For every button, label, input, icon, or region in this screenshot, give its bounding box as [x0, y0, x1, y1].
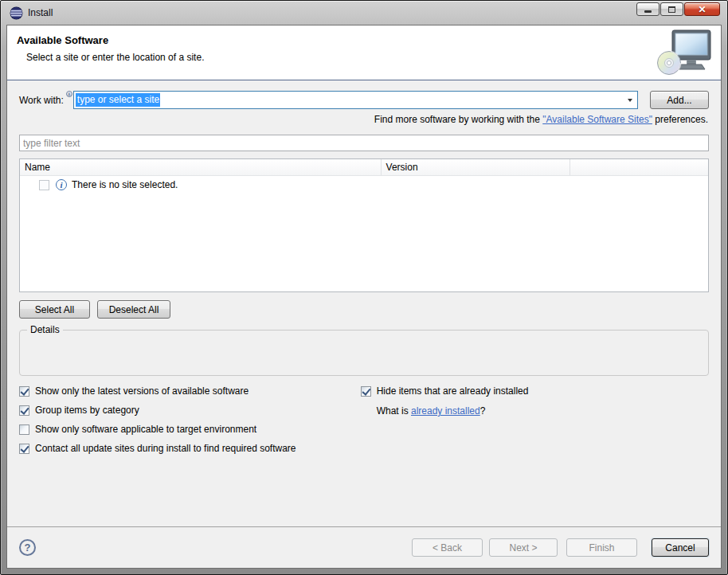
site-combo-selected-text: type or select a site [76, 93, 160, 107]
next-button: Next > [489, 538, 558, 557]
software-install-icon [656, 29, 714, 76]
back-button: < Back [412, 538, 483, 557]
already-installed-link[interactable]: already installed [411, 405, 480, 417]
info-icon: i [56, 179, 67, 190]
details-label: Details [27, 324, 63, 335]
option-contact-update-sites[interactable]: Contact all update sites during install … [19, 443, 361, 454]
dialog-body: Work with: i type or select a site Add..… [7, 80, 721, 568]
combo-dropdown-arrow-icon[interactable] [623, 92, 637, 108]
close-icon: ✕ [698, 5, 706, 14]
filter-input[interactable] [19, 135, 709, 151]
find-more-text: Find more software by working with the "… [20, 114, 708, 125]
cancel-button[interactable]: Cancel [652, 538, 709, 557]
table-row[interactable]: i There is no site selected. [20, 176, 708, 194]
option-applicable-target[interactable]: Show only software applicable to target … [19, 424, 361, 435]
site-combo-input[interactable]: type or select a site [73, 91, 638, 109]
help-button[interactable]: ? [19, 539, 36, 556]
titlebar: Install [6, 1, 722, 25]
checkbox[interactable] [19, 405, 29, 416]
options-area: Show only the latest versions of availab… [19, 385, 709, 454]
option-hide-installed[interactable]: Hide items that are already installed [361, 385, 709, 397]
footer-bar: ? < Back Next > Finish Cancel [7, 526, 721, 568]
work-with-row: Work with: i type or select a site Add..… [19, 91, 709, 109]
add-button[interactable]: Add... [650, 91, 709, 109]
option-label: Group items by category [35, 405, 139, 416]
page-subtitle: Select a site or enter the location of a… [26, 52, 204, 63]
checkbox[interactable] [19, 386, 29, 397]
row-checkbox[interactable] [39, 180, 49, 190]
row-text: There is no site selected. [72, 179, 178, 190]
column-header-version[interactable]: Version [382, 159, 571, 175]
checkbox[interactable] [361, 386, 371, 397]
finish-button: Finish [566, 538, 637, 557]
software-table: Name Version i There is no site selected… [19, 158, 709, 292]
what-is-installed-text: What is already installed? [377, 405, 709, 417]
selection-buttons-row: Select All Deselect All [19, 300, 709, 319]
spacer [7, 454, 721, 526]
install-dialog: Available Software Select a site or ente… [6, 25, 722, 569]
close-button[interactable]: ✕ [684, 2, 720, 16]
option-label: Show only software applicable to target … [35, 424, 256, 435]
option-label: Hide items that are already installed [377, 385, 529, 397]
table-header: Name Version [20, 159, 708, 176]
window-title: Install [28, 7, 53, 18]
find-more-prefix: Find more software by working with the [374, 114, 542, 125]
dialog-banner: Available Software Select a site or ente… [7, 25, 721, 80]
option-label: Show only the latest versions of availab… [35, 385, 249, 397]
deselect-all-button[interactable]: Deselect All [97, 300, 170, 319]
checkbox[interactable] [19, 424, 29, 435]
minimize-icon [644, 10, 652, 13]
page-title: Available Software [17, 34, 108, 46]
available-software-sites-link[interactable]: "Available Software Sites" [542, 114, 652, 125]
select-all-button[interactable]: Select All [19, 300, 90, 319]
options-right-column: Hide items that are already installed Wh… [361, 385, 709, 454]
field-help-icon: i [66, 91, 72, 97]
maximize-icon [668, 6, 675, 13]
find-more-suffix: preferences. [652, 114, 708, 125]
checkbox[interactable] [19, 444, 29, 454]
details-group: Details [19, 330, 709, 376]
window-controls: ✕ [636, 2, 720, 16]
options-left-column: Show only the latest versions of availab… [19, 385, 361, 454]
option-show-latest-versions[interactable]: Show only the latest versions of availab… [19, 385, 361, 397]
option-group-by-category[interactable]: Group items by category [19, 405, 361, 416]
install-window: Install ✕ Available Software Select a si… [0, 0, 728, 575]
wizard-buttons: < Back Next > Finish Cancel [412, 538, 709, 557]
option-label: Contact all update sites during install … [35, 443, 296, 454]
eclipse-icon [10, 6, 23, 20]
column-header-name[interactable]: Name [20, 159, 382, 175]
column-header-blank [570, 159, 708, 175]
work-with-label: Work with: i [19, 95, 73, 106]
maximize-button[interactable] [660, 2, 683, 16]
minimize-button[interactable] [636, 2, 660, 16]
